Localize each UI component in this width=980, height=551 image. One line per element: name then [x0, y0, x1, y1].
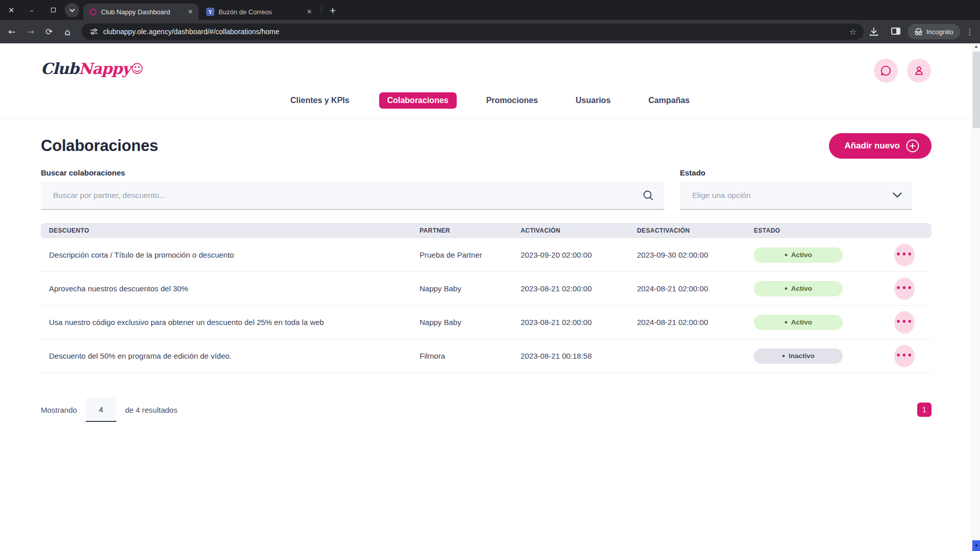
url-text[interactable]: clubnappy.ole.agency/dashboard/#/collabo… [103, 28, 279, 36]
status-badge: Activo [754, 281, 843, 296]
row-menu-button[interactable]: ••• [894, 345, 915, 367]
plus-circle-icon [906, 139, 919, 153]
cell-descuento: Usa nuestro código exclusivo para obtene… [49, 318, 420, 327]
browser-toolbar: ← → ⟳ ⌂ clubnappy.ole.agency/dashboard/#… [0, 20, 980, 43]
incognito-badge: Incognito [908, 24, 960, 39]
tab-club-nappy-dashboard[interactable]: Club Nappy Dashboard ✕ [83, 4, 199, 20]
chevron-down-icon [69, 9, 75, 12]
scrollbar-down-icon[interactable]: ▼ [972, 540, 980, 551]
nav-item-usuarios[interactable]: Usuarios [568, 92, 619, 109]
cell-estado: Activo [754, 247, 856, 263]
reload-icon[interactable]: ⟳ [40, 20, 58, 43]
tab-close-icon[interactable]: ✕ [303, 8, 317, 15]
mail-favicon-icon: Y [206, 8, 214, 16]
chevron-down-icon [893, 192, 902, 198]
cell-partner: Prueba de Partner [420, 251, 521, 259]
bookmark-star-icon[interactable]: ☆ [849, 23, 856, 40]
smiley-icon: ☺ [131, 62, 143, 76]
page-scrollbar[interactable]: ▲ ▼ [972, 43, 980, 551]
site-settings-icon[interactable] [90, 28, 98, 36]
club-nappy-logo[interactable]: ClubNappy☺ [41, 60, 143, 78]
cell-estado: Activo [754, 315, 856, 330]
nav-item-campanas[interactable]: Campañas [640, 92, 698, 109]
cell-partner: Filmora [420, 352, 521, 360]
search-filter: Buscar colaboraciones [41, 168, 665, 210]
table-header-row: DESCUENTO PARTNER ACTIVACIÓN DESACTIVACI… [41, 223, 932, 238]
pagination-suffix: de 4 resultados [125, 406, 178, 414]
user-profile-button[interactable] [907, 59, 931, 83]
nav-item-colaboraciones[interactable]: Colaboraciones [379, 92, 456, 109]
status-badge: Activo [754, 315, 843, 330]
cell-actions: ••• [856, 244, 932, 266]
cell-activacion: 2023-08-21 02:00:00 [521, 284, 637, 293]
tab-title: Buzón de Correos [218, 8, 303, 16]
tab-search-button[interactable] [65, 3, 79, 17]
add-new-button[interactable]: Añadir nuevo [829, 133, 932, 159]
tab-title: Club Nappy Dashboard [101, 8, 184, 16]
incognito-label: Incognito [926, 28, 953, 36]
window-minimize-icon[interactable]: – [25, 0, 38, 20]
pagination-bar: Mostrando de 4 resultados 1 [41, 397, 932, 422]
scrollbar-thumb[interactable] [973, 52, 980, 128]
club-nappy-favicon-icon [90, 9, 96, 15]
cell-activacion: 2023-09-20 02:00:00 [521, 251, 637, 259]
estado-select-value: Elige una opción [692, 191, 751, 200]
cell-partner: Nappy Baby [420, 284, 521, 293]
col-header-partner: PARTNER [420, 227, 521, 234]
estado-label: Estado [680, 168, 912, 178]
cell-activacion: 2023-08-21 00:18:58 [521, 352, 637, 360]
results-count-input[interactable] [86, 397, 116, 422]
row-menu-button[interactable]: ••• [894, 278, 915, 300]
cell-actions: ••• [856, 311, 932, 334]
search-icon[interactable] [642, 189, 654, 204]
browser-menu-icon[interactable]: ⋮ [964, 20, 976, 43]
search-input[interactable] [41, 181, 665, 209]
pagination-prefix: Mostrando [41, 406, 77, 414]
home-icon[interactable]: ⌂ [59, 20, 76, 43]
collaborations-table: DESCUENTO PARTNER ACTIVACIÓN DESACTIVACI… [41, 223, 932, 373]
row-menu-button[interactable]: ••• [894, 311, 915, 334]
side-panel-icon[interactable] [891, 28, 900, 35]
col-header-descuento: DESCUENTO [49, 227, 420, 234]
logo-club-text: Club [41, 60, 79, 78]
filters-bar: Buscar colaboraciones Estado Elige una o… [41, 168, 912, 210]
estado-field-wrapper: Elige una opción [680, 181, 912, 210]
forward-icon[interactable]: → [22, 20, 39, 43]
download-icon[interactable] [869, 27, 879, 39]
chat-button[interactable] [874, 59, 898, 83]
search-field-wrapper [41, 181, 665, 210]
col-header-desactivacion: DESACTIVACIÓN [637, 227, 754, 234]
add-new-label: Añadir nuevo [844, 141, 900, 151]
nav-item-clientes-kpis[interactable]: Clientes y KPIs [282, 92, 358, 109]
window-maximize-icon[interactable] [46, 0, 60, 20]
page-head: Colaboraciones Añadir nuevo [41, 133, 932, 159]
incognito-icon [914, 28, 923, 36]
window-close-icon[interactable]: ✕ [5, 0, 18, 20]
scrollbar-up-icon[interactable]: ▲ [972, 44, 980, 48]
page-title: Colaboraciones [41, 133, 932, 159]
nav-item-promociones[interactable]: Promociones [478, 92, 546, 109]
browser-tab-strip: ✕ – Club Nappy Dashboard ✕ Y Buzón de Co… [0, 0, 980, 20]
status-badge: Activo [754, 247, 843, 263]
page-1-button[interactable]: 1 [917, 403, 932, 417]
tab-buzon-de-correos[interactable]: Y Buzón de Correos ✕ [201, 4, 317, 20]
estado-select[interactable]: Elige una opción [680, 181, 912, 209]
address-bar[interactable]: clubnappy.ole.agency/dashboard/#/collabo… [82, 23, 864, 40]
cell-desactivacion: 2024-08-21 02:00:00 [637, 284, 754, 293]
table-row: Descripción corta / Título de la promoci… [41, 238, 932, 272]
chat-bubble-icon [880, 65, 892, 77]
cell-descuento: Descripción corta / Título de la promoci… [49, 251, 420, 259]
row-menu-button[interactable]: ••• [894, 244, 915, 266]
tab-divider [321, 6, 322, 14]
search-label: Buscar colaboraciones [41, 168, 665, 178]
back-icon[interactable]: ← [3, 20, 20, 43]
page-body: ClubNappy☺ Clientes y KPIs Colaboracione… [0, 43, 980, 551]
col-header-estado: ESTADO [754, 227, 856, 234]
table-row: Usa nuestro código exclusivo para obtene… [41, 306, 932, 339]
cell-estado: Activo [754, 281, 856, 296]
new-tab-button[interactable]: + [326, 4, 340, 18]
cell-descuento: Aprovecha nuestros descuentos del 30% [49, 284, 420, 293]
status-badge: Inactivo [754, 348, 843, 364]
cell-activacion: 2023-08-21 02:00:00 [521, 318, 637, 327]
tab-close-icon[interactable]: ✕ [184, 8, 199, 15]
